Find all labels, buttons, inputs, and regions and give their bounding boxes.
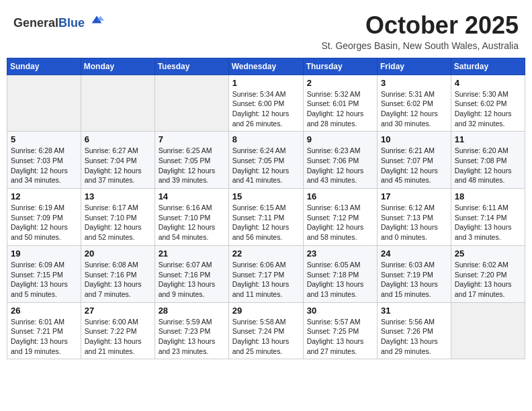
- day-info: Sunrise: 5:34 AM Sunset: 6:00 PM Dayligh…: [232, 89, 300, 129]
- calendar-cell: 14Sunrise: 6:16 AM Sunset: 7:10 PM Dayli…: [154, 189, 228, 246]
- calendar-cell: 31Sunrise: 5:56 AM Sunset: 7:26 PM Dayli…: [378, 302, 451, 359]
- calendar-body: 1Sunrise: 5:34 AM Sunset: 6:00 PM Daylig…: [7, 75, 525, 359]
- day-number: 16: [307, 191, 373, 201]
- calendar-cell: 21Sunrise: 6:07 AM Sunset: 7:16 PM Dayli…: [154, 245, 228, 302]
- day-info: Sunrise: 6:05 AM Sunset: 7:18 PM Dayligh…: [307, 260, 373, 300]
- day-number: 25: [455, 248, 521, 259]
- logo-blue-text: Blue: [58, 16, 85, 30]
- day-number: 29: [232, 306, 300, 316]
- calendar-cell: 13Sunrise: 6:17 AM Sunset: 7:10 PM Dayli…: [81, 189, 154, 246]
- title-section: October 2025 St. Georges Basin, New Sout…: [321, 12, 519, 51]
- day-number: 13: [85, 191, 151, 201]
- day-number: 30: [307, 306, 373, 316]
- day-info: Sunrise: 5:59 AM Sunset: 7:23 PM Dayligh…: [159, 317, 225, 357]
- day-number: 10: [381, 134, 447, 144]
- day-number: 9: [307, 134, 373, 144]
- weekday-header-monday: Monday: [81, 58, 154, 75]
- day-info: Sunrise: 6:25 AM Sunset: 7:05 PM Dayligh…: [159, 146, 225, 185]
- calendar-cell: 25Sunrise: 6:02 AM Sunset: 7:20 PM Dayli…: [451, 245, 525, 302]
- week-row-3: 12Sunrise: 6:19 AM Sunset: 7:09 PM Dayli…: [7, 189, 525, 246]
- day-number: 19: [11, 248, 77, 259]
- calendar-cell: 6Sunrise: 6:27 AM Sunset: 7:04 PM Daylig…: [81, 132, 154, 189]
- week-row-1: 1Sunrise: 5:34 AM Sunset: 6:00 PM Daylig…: [7, 75, 525, 132]
- day-number: 20: [85, 248, 151, 259]
- day-info: Sunrise: 5:30 AM Sunset: 6:02 PM Dayligh…: [455, 89, 521, 129]
- day-info: Sunrise: 6:20 AM Sunset: 7:08 PM Dayligh…: [455, 146, 521, 185]
- day-number: 27: [85, 306, 151, 316]
- day-number: 18: [455, 191, 521, 201]
- calendar-cell: 22Sunrise: 6:06 AM Sunset: 7:17 PM Dayli…: [228, 245, 303, 302]
- day-info: Sunrise: 6:08 AM Sunset: 7:16 PM Dayligh…: [85, 260, 151, 300]
- calendar-cell: 20Sunrise: 6:08 AM Sunset: 7:16 PM Dayli…: [81, 245, 154, 302]
- day-number: 11: [455, 134, 521, 144]
- logo-general-text: General: [13, 16, 58, 30]
- day-number: 7: [159, 134, 225, 144]
- day-info: Sunrise: 6:00 AM Sunset: 7:22 PM Dayligh…: [85, 317, 151, 357]
- location-subtitle: St. Georges Basin, New South Wales, Aust…: [321, 40, 519, 51]
- week-row-2: 5Sunrise: 6:28 AM Sunset: 7:03 PM Daylig…: [7, 132, 525, 189]
- calendar-cell: [81, 75, 154, 132]
- page-header: GeneralBlue October 2025 St. Georges Bas…: [7, 7, 525, 54]
- day-info: Sunrise: 6:21 AM Sunset: 7:07 PM Dayligh…: [381, 146, 447, 185]
- weekday-header-tuesday: Tuesday: [154, 58, 228, 75]
- day-number: 5: [11, 134, 77, 144]
- calendar-cell: 10Sunrise: 6:21 AM Sunset: 7:07 PM Dayli…: [378, 132, 451, 189]
- logo-icon: [89, 12, 104, 27]
- calendar-cell: 29Sunrise: 5:58 AM Sunset: 7:24 PM Dayli…: [228, 302, 303, 359]
- calendar-cell: 1Sunrise: 5:34 AM Sunset: 6:00 PM Daylig…: [228, 75, 303, 132]
- calendar-cell: 8Sunrise: 6:24 AM Sunset: 7:05 PM Daylig…: [228, 132, 303, 189]
- day-number: 22: [232, 248, 300, 259]
- day-info: Sunrise: 6:01 AM Sunset: 7:21 PM Dayligh…: [11, 317, 77, 357]
- day-info: Sunrise: 6:03 AM Sunset: 7:19 PM Dayligh…: [381, 260, 447, 300]
- calendar-cell: [7, 75, 81, 132]
- calendar-cell: 30Sunrise: 5:57 AM Sunset: 7:25 PM Dayli…: [303, 302, 377, 359]
- day-info: Sunrise: 6:09 AM Sunset: 7:15 PM Dayligh…: [11, 260, 77, 300]
- day-number: 14: [159, 191, 225, 201]
- week-row-5: 26Sunrise: 6:01 AM Sunset: 7:21 PM Dayli…: [7, 302, 525, 359]
- day-info: Sunrise: 6:27 AM Sunset: 7:04 PM Dayligh…: [85, 146, 151, 185]
- calendar-cell: 23Sunrise: 6:05 AM Sunset: 7:18 PM Dayli…: [303, 245, 377, 302]
- day-number: 12: [11, 191, 77, 201]
- calendar-cell: 11Sunrise: 6:20 AM Sunset: 7:08 PM Dayli…: [451, 132, 525, 189]
- day-number: 6: [85, 134, 151, 144]
- calendar-cell: 16Sunrise: 6:13 AM Sunset: 7:12 PM Dayli…: [303, 189, 377, 246]
- day-info: Sunrise: 6:17 AM Sunset: 7:10 PM Dayligh…: [85, 203, 151, 242]
- calendar-cell: 7Sunrise: 6:25 AM Sunset: 7:05 PM Daylig…: [154, 132, 228, 189]
- calendar-cell: 27Sunrise: 6:00 AM Sunset: 7:22 PM Dayli…: [81, 302, 154, 359]
- calendar-cell: 26Sunrise: 6:01 AM Sunset: 7:21 PM Dayli…: [7, 302, 81, 359]
- calendar-cell: 19Sunrise: 6:09 AM Sunset: 7:15 PM Dayli…: [7, 245, 81, 302]
- weekday-header-thursday: Thursday: [303, 58, 377, 75]
- calendar-cell: 18Sunrise: 6:11 AM Sunset: 7:14 PM Dayli…: [451, 189, 525, 246]
- day-info: Sunrise: 6:24 AM Sunset: 7:05 PM Dayligh…: [232, 146, 300, 185]
- calendar-cell: 28Sunrise: 5:59 AM Sunset: 7:23 PM Dayli…: [154, 302, 228, 359]
- weekday-header-saturday: Saturday: [451, 58, 525, 75]
- day-number: 3: [381, 78, 447, 88]
- day-number: 23: [307, 248, 373, 259]
- day-number: 1: [232, 78, 300, 88]
- weekday-header-row: SundayMondayTuesdayWednesdayThursdayFrid…: [7, 58, 525, 75]
- weekday-header-sunday: Sunday: [7, 58, 81, 75]
- calendar-table: SundayMondayTuesdayWednesdayThursdayFrid…: [7, 58, 525, 360]
- day-info: Sunrise: 6:19 AM Sunset: 7:09 PM Dayligh…: [11, 203, 77, 242]
- day-number: 31: [381, 306, 447, 316]
- day-number: 8: [232, 134, 300, 144]
- weekday-header-friday: Friday: [378, 58, 451, 75]
- day-info: Sunrise: 6:07 AM Sunset: 7:16 PM Dayligh…: [159, 260, 225, 300]
- logo: GeneralBlue: [13, 12, 104, 30]
- calendar-cell: [154, 75, 228, 132]
- day-info: Sunrise: 6:06 AM Sunset: 7:17 PM Dayligh…: [232, 260, 300, 300]
- calendar-cell: 24Sunrise: 6:03 AM Sunset: 7:19 PM Dayli…: [378, 245, 451, 302]
- calendar-cell: 3Sunrise: 5:31 AM Sunset: 6:02 PM Daylig…: [378, 75, 451, 132]
- day-number: 24: [381, 248, 447, 259]
- day-info: Sunrise: 6:16 AM Sunset: 7:10 PM Dayligh…: [159, 203, 225, 242]
- calendar-cell: 17Sunrise: 6:12 AM Sunset: 7:13 PM Dayli…: [378, 189, 451, 246]
- day-info: Sunrise: 6:11 AM Sunset: 7:14 PM Dayligh…: [455, 203, 521, 242]
- calendar-cell: 2Sunrise: 5:32 AM Sunset: 6:01 PM Daylig…: [303, 75, 377, 132]
- calendar-cell: 5Sunrise: 6:28 AM Sunset: 7:03 PM Daylig…: [7, 132, 81, 189]
- day-info: Sunrise: 6:12 AM Sunset: 7:13 PM Dayligh…: [381, 203, 447, 242]
- day-info: Sunrise: 5:32 AM Sunset: 6:01 PM Dayligh…: [307, 89, 373, 129]
- calendar-cell: [451, 302, 525, 359]
- day-number: 4: [455, 78, 521, 88]
- day-info: Sunrise: 6:13 AM Sunset: 7:12 PM Dayligh…: [307, 203, 373, 242]
- weekday-header-wednesday: Wednesday: [228, 58, 303, 75]
